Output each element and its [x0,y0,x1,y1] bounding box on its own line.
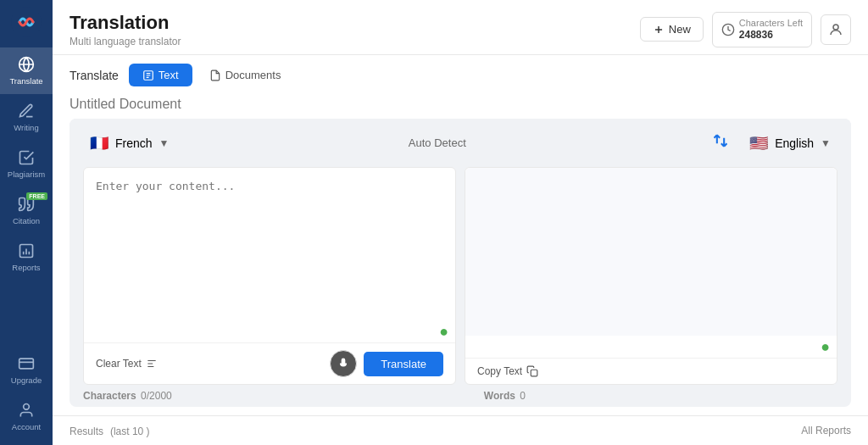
doc-title-input[interactable] [70,97,409,112]
sidebar-label-plagiarism: Plagiarism [8,170,45,179]
sidebar-item-writing[interactable]: Writing [0,94,53,141]
characters-label: Characters [83,390,136,402]
header: Translation Multi language translator Ne… [53,0,868,55]
svg-point-4 [24,404,30,410]
target-panel-content [465,168,837,336]
svg-rect-3 [19,359,34,369]
translation-area: 🇫🇷 French ▼ Auto Detect 🇺🇸 English ▼ ● [70,119,851,407]
header-right: New Characters Left 248836 [640,12,851,47]
meta-bar: Characters 0/2000 Words 0 [70,385,851,407]
user-circle-icon [828,22,843,37]
words-info: Words 0 [484,390,526,402]
copy-icon [526,365,538,377]
free-badge: FREE [26,192,47,200]
source-panel-green-icon: ● [84,320,455,342]
plagiarism-icon [18,149,35,166]
panel-footer-right: Translate [330,350,443,377]
source-panel: ● Clear Text Translate [83,167,456,385]
sidebar-item-upgrade[interactable]: Upgrade [0,347,53,393]
lines-icon [146,358,158,370]
mic-button[interactable] [330,350,357,377]
swap-languages-button[interactable] [698,129,743,157]
results-bar: Results (last 10 ) All Reports [53,415,868,445]
clock-icon [721,23,735,36]
user-icon-btn[interactable] [821,14,851,45]
target-lang-name: English [775,136,814,150]
svg-rect-8 [531,370,537,376]
clear-text-label: Clear Text [96,358,142,370]
translate-icon [18,56,35,73]
sidebar-label-translate: Translate [9,76,42,86]
sidebar-label-reports: Reports [12,263,40,272]
new-button[interactable]: New [640,17,704,42]
tab-documents[interactable]: Documents [196,64,295,86]
target-panel-footer: Copy Text [465,358,837,384]
sidebar-label-citation: Citation [13,216,40,225]
words-label: Words [484,390,515,402]
upgrade-icon [18,355,35,372]
page-subtitle: Multi language translator [70,36,181,47]
translation-panels: ● Clear Text Translate [83,167,837,385]
source-lang-arrow: ▼ [159,137,170,149]
sidebar-item-translate[interactable]: Translate [0,47,53,94]
tab-text-label: Text [159,69,179,81]
auto-detect-label: Auto Detect [175,136,698,149]
words-value: 0 [520,390,526,402]
svg-point-6 [833,25,838,30]
source-lang-name: French [115,136,153,150]
reports-icon [18,242,35,259]
translate-button[interactable]: Translate [364,352,443,376]
chars-left-value: 248836 [739,29,803,41]
chars-left-box: Characters Left 248836 [712,12,812,47]
sidebar-label-writing: Writing [14,123,38,132]
swap-icon [712,132,729,149]
tab-documents-label: Documents [225,69,281,81]
text-icon [142,70,154,81]
target-panel: ● Copy Text [465,167,837,385]
logo [11,7,42,41]
source-lang-selector[interactable]: 🇫🇷 French ▼ [83,131,175,156]
sidebar-item-citation[interactable]: FREE Citation [0,187,53,234]
results-sublabel: (last 10 ) [110,426,150,437]
sidebar: Translate Writing Plagiarism FREE Citati… [0,0,53,445]
sidebar-item-account[interactable]: Account [0,393,53,440]
target-lang-selector[interactable]: 🇺🇸 English ▼ [743,131,837,156]
mic-icon [337,358,349,370]
sidebar-item-plagiarism[interactable]: Plagiarism [0,141,53,187]
writing-icon [18,103,35,120]
page-title: Translation [70,12,181,34]
sidebar-label-account: Account [12,422,41,431]
toolbar: Translate Text Documents [53,55,868,86]
target-lang-flag: 🇺🇸 [749,134,768,153]
characters-info: Characters 0/2000 [83,390,172,402]
header-left: Translation Multi language translator [70,12,181,47]
source-input[interactable] [84,168,455,320]
chars-left-info: Characters Left 248836 [739,18,803,42]
source-lang-flag: 🇫🇷 [90,134,108,153]
toolbar-label: Translate [70,69,119,82]
copy-text-label: Copy Text [477,365,522,377]
source-panel-footer: Clear Text Translate [84,342,455,384]
results-label-area: Results (last 10 ) [70,423,150,438]
lang-bar: 🇫🇷 French ▼ Auto Detect 🇺🇸 English ▼ [70,119,851,167]
tab-text[interactable]: Text [129,64,192,86]
target-lang-arrow: ▼ [821,137,831,149]
sidebar-label-upgrade: Upgrade [11,375,42,385]
documents-icon [209,70,221,81]
account-icon [18,402,35,419]
clear-text-button[interactable]: Clear Text [96,358,158,370]
sidebar-item-reports[interactable]: Reports [0,234,53,281]
chars-left-label: Characters Left [739,18,803,29]
plus-icon [653,24,665,36]
all-reports-link[interactable]: All Reports [801,425,851,437]
main-content: Translation Multi language translator Ne… [53,0,868,445]
results-label: Results (last 10 ) [70,424,150,437]
copy-text-button[interactable]: Copy Text [477,365,538,377]
characters-value: 0/2000 [141,390,172,402]
new-button-label: New [669,23,691,36]
target-panel-green-icon: ● [465,336,837,358]
doc-title-area [53,86,868,119]
